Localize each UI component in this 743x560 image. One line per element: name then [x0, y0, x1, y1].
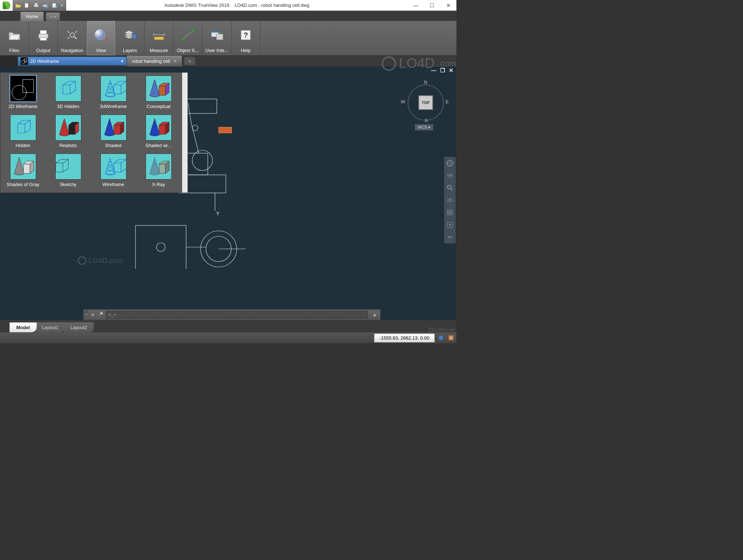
dwg-convert-icon[interactable] — [23, 1, 31, 9]
maximize-button[interactable]: ☐ — [424, 0, 440, 11]
ribbon-panel-layers[interactable]: Layers — [116, 21, 145, 55]
gallery-item-sketchy[interactable]: Sketchy — [46, 152, 91, 191]
gallery-item-label: X-Ray — [152, 182, 165, 187]
visual-style-thumb — [100, 76, 126, 102]
gallery-scrollbar[interactable] — [182, 73, 188, 193]
zoom-icon[interactable] — [446, 184, 454, 192]
gallery-item-3d-hidden[interactable]: 3D Hidden — [46, 74, 91, 113]
svg-point-57 — [439, 336, 443, 340]
command-grip-icon[interactable]: ⠿ — [83, 310, 89, 320]
visual-style-thumb — [55, 76, 81, 102]
ribbon-panel-measure[interactable]: Measure — [145, 21, 173, 55]
svg-point-48 — [109, 83, 111, 84]
coordinate-system-dropdown[interactable]: WCS ▾ — [415, 124, 433, 130]
gallery-item-shades-of-gray[interactable]: Shades of Gray — [0, 152, 46, 191]
svg-point-29 — [192, 125, 198, 131]
command-customize-icon[interactable] — [96, 311, 104, 318]
layout-tab-model[interactable]: Model — [9, 322, 37, 332]
sheet-set-icon[interactable] — [50, 1, 58, 9]
ribbon-tab-home[interactable]: Home — [20, 12, 44, 21]
ribbon-panel-help[interactable]: ? Help — [232, 21, 261, 55]
gallery-item-realistic[interactable]: Realistic — [46, 113, 91, 152]
wireframe-2d-icon — [21, 57, 28, 65]
app-logo[interactable] — [0, 0, 13, 11]
svg-point-16 — [182, 38, 185, 40]
gallery-item-shaded[interactable]: Shaded — [91, 113, 136, 152]
steering-wheel-icon[interactable] — [446, 159, 454, 168]
gallery-item-label: Shades of Gray — [7, 182, 39, 187]
viewcube[interactable]: N S W E TOP WCS ▾ — [402, 81, 449, 132]
qat-dropdown-icon[interactable]: ▼ — [59, 4, 64, 7]
gallery-item-label: 3dWireframe — [100, 104, 126, 109]
gallery-item-label: Hidden — [16, 143, 30, 148]
viewport-menu-button[interactable] — [0, 56, 18, 66]
y-axis-label: Y — [216, 211, 220, 216]
ribbon-panel-output[interactable]: Output — [29, 21, 58, 55]
svg-point-51 — [106, 93, 115, 96]
svg-point-49 — [108, 87, 112, 89]
command-expand-icon[interactable]: ▲ — [369, 312, 380, 317]
pan-icon[interactable] — [446, 171, 454, 180]
visual-style-thumb — [55, 115, 81, 141]
folder-open-icon — [8, 29, 21, 41]
customize-status-icon[interactable] — [447, 334, 455, 342]
svg-point-35 — [447, 160, 453, 166]
gallery-item-2d-wireframe[interactable]: 2D Wireframe — [0, 74, 46, 113]
orbit-icon[interactable] — [446, 196, 454, 204]
command-close-icon[interactable]: ✕ — [89, 312, 96, 318]
visual-style-thumb — [10, 115, 36, 141]
gallery-item-hidden[interactable]: Hidden — [0, 113, 46, 152]
svg-point-50 — [107, 90, 113, 92]
help-icon: ? — [240, 29, 252, 41]
coordinates-readout[interactable]: -1555.63, 2662.13, 0.00 — [374, 333, 435, 343]
visual-style-thumb — [10, 154, 36, 180]
svg-rect-43 — [450, 213, 452, 215]
isolate-objects-icon[interactable] — [437, 334, 445, 342]
ribbon-panel-navigation[interactable]: Navigation — [58, 21, 87, 55]
play-icon[interactable] — [446, 220, 454, 229]
close-button[interactable]: ✕ — [440, 0, 456, 11]
refresh-icon — [78, 256, 86, 265]
measure-icon — [151, 29, 167, 41]
ribbon-panel-user-interface[interactable]: User Inte... — [202, 21, 232, 55]
ribbon-appearance-dropdown[interactable]: ▭▾ — [46, 12, 60, 21]
plot-icon[interactable] — [32, 1, 40, 9]
open-icon[interactable] — [14, 1, 22, 9]
layout-tab-layout1[interactable]: Layout1 — [35, 322, 65, 332]
visual-style-thumb — [10, 76, 36, 102]
plot-preview-icon[interactable] — [41, 1, 49, 9]
svg-rect-15 — [154, 37, 164, 40]
viewcube-face-top[interactable]: TOP — [418, 95, 433, 110]
visual-style-thumb — [146, 76, 172, 102]
close-tab-icon[interactable]: × — [174, 58, 177, 64]
layout-tab-layout2[interactable]: Layout2 — [64, 322, 94, 332]
minimize-button[interactable]: — — [408, 0, 424, 11]
navbar-more-icon[interactable] — [446, 233, 454, 241]
navigation-bar — [444, 157, 456, 244]
gallery-item-wireframe[interactable]: Wireframe — [91, 152, 136, 191]
gallery-item-conceptual[interactable]: Conceptual — [136, 74, 181, 113]
show-motion-icon[interactable] — [446, 208, 454, 217]
ribbon: Files Output Navigation View Layers Meas… — [0, 21, 456, 56]
svg-point-54 — [108, 165, 112, 167]
refresh-icon — [382, 56, 396, 71]
gallery-item-label: Conceptual — [147, 104, 171, 109]
command-input[interactable]: >_▾ — [106, 311, 368, 319]
ribbon-panel-view[interactable]: View — [87, 21, 116, 55]
gallery-item-x-ray[interactable]: X-Ray — [136, 152, 181, 191]
ribbon-tab-row: Home ▭▾ — [0, 11, 456, 21]
gallery-item-3dwireframe[interactable]: 3dWireframe — [91, 74, 136, 113]
svg-rect-1 — [34, 5, 38, 7]
ribbon-panel-object-snap[interactable]: Object S... — [173, 21, 202, 55]
visual-style-gallery: 2D Wireframe3D Hidden3dWireframeConceptu… — [0, 72, 188, 193]
document-tab[interactable]: robot handling cell × — [126, 56, 182, 66]
ribbon-panel-files[interactable]: Files — [0, 21, 29, 55]
visual-style-thumb — [146, 154, 172, 180]
zoom-extents-icon — [65, 29, 79, 41]
visual-styles-icon — [94, 28, 109, 42]
gallery-item-shaded-wi-[interactable]: Shaded wi... — [136, 113, 181, 152]
new-tab-button[interactable]: + — [184, 57, 195, 65]
watermark-small: LO4D.com — [78, 256, 123, 265]
svg-point-37 — [447, 185, 451, 189]
visual-style-dropdown[interactable]: 2D Wireframe ▼ — [18, 57, 126, 65]
